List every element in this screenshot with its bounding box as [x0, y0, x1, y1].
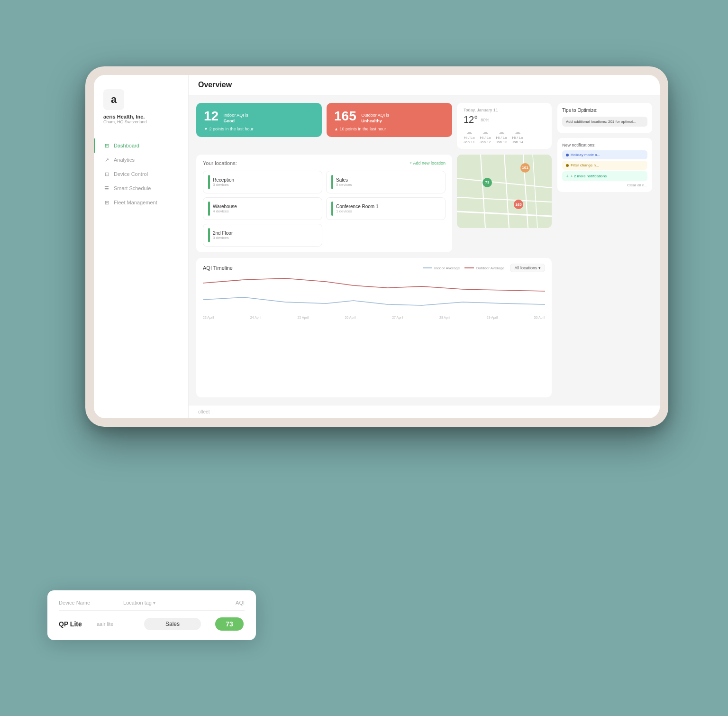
notification-item-3[interactable]: + + 2 more notifications: [562, 171, 647, 181]
all-locations-filter[interactable]: All locations ▾: [510, 264, 545, 272]
weather-day-1: ☁ Hi / Lo Jan 11: [464, 128, 475, 144]
svg-line-3: [481, 155, 485, 228]
main-content: Overview 12 Indoor AQI is Good: [189, 75, 660, 418]
notif-text-1: Holiday mode a...: [571, 153, 600, 157]
popup-col-device-name: Device Name: [59, 600, 90, 606]
location-devices-reception: 3 devices: [213, 183, 317, 187]
sidebar-item-analytics[interactable]: ↗ Analytics: [94, 153, 188, 167]
popup-col-aqi: AQI: [236, 600, 245, 606]
location-card-floor2[interactable]: 2nd Floor 3 devices: [203, 224, 322, 247]
device-popup: Device Name Location tag ▾ AQI QP Lite a…: [47, 590, 256, 640]
location-devices-conference: 1 devices: [336, 209, 440, 213]
location-card-reception[interactable]: Reception 3 devices: [203, 171, 322, 193]
weather-days: ☁ Hi / Lo Jan 11 ☁ Hi / Lo Jan 12: [464, 128, 545, 144]
location-dot-conference: [331, 202, 333, 216]
app-logo: a: [103, 89, 124, 110]
sidebar-item-smart-schedule[interactable]: ☰ Smart Schedule: [94, 181, 188, 195]
notification-item-1[interactable]: Holiday mode a...: [562, 150, 647, 159]
notification-item-2[interactable]: Filter change n...: [562, 161, 647, 170]
outdoor-aqi-card: 165 Outdoor AQI is Unhealthy ▲ 10 points…: [327, 103, 452, 137]
sidebar-item-fleet-management[interactable]: ⊞ Fleet Management: [94, 195, 188, 210]
timeline-legend: Indoor Average Outdoor Average: [423, 266, 504, 270]
tip-text-1: Add additional locations: 201 for optima…: [566, 119, 637, 124]
location-info-warehouse: Warehouse 4 devices: [213, 204, 317, 213]
content-area: 12 Indoor AQI is Good ▼ 2 points in the …: [189, 95, 660, 405]
timeline-header: AQI Timeline Indoor Average Outdoor Aver…: [203, 264, 545, 272]
sidebar-item-device-control[interactable]: ⊡ Device Control: [94, 167, 188, 181]
left-panel: 12 Indoor AQI is Good ▼ 2 points in the …: [196, 103, 552, 397]
clear-notifications-button[interactable]: Clear all n...: [562, 183, 647, 187]
popup-aqi-value: 73: [215, 617, 244, 631]
map-pin-red-value: 165: [515, 202, 521, 207]
logo-area: a aeris Health, Inc. Cham, HQ Switzerlan…: [94, 84, 188, 134]
location-name-floor2: 2nd Floor: [213, 230, 317, 236]
chart-area: [203, 276, 545, 314]
aqi-chart-svg: [203, 276, 545, 314]
indoor-aqi-quality: Good: [224, 119, 235, 123]
svg-line-2: [457, 211, 552, 216]
notifications-section: New notifications: Holiday mode a... Fil…: [557, 138, 652, 192]
location-info-sales: Sales 5 devices: [336, 177, 440, 187]
svg-line-0: [457, 178, 552, 188]
nav-items: ⊞ Dashboard ↗ Analytics ⊡ Device Control…: [94, 138, 188, 409]
sidebar-item-dashboard[interactable]: ⊞ Dashboard: [94, 138, 188, 153]
weather-temp: 12°: [464, 114, 478, 125]
outdoor-aqi-change: ▲ 10 points in the last hour: [334, 127, 445, 131]
legend-outdoor-line: Outdoor Average: [464, 266, 504, 270]
location-card-sales[interactable]: Sales 5 devices: [326, 171, 446, 193]
location-card-conference[interactable]: Conference Room 1 1 devices: [326, 197, 446, 220]
page-title: Overview: [198, 81, 232, 89]
weather-humidity: 80%: [481, 118, 489, 122]
weather-date-1: Jan 11: [464, 140, 475, 144]
svg-line-4: [504, 155, 509, 228]
right-panel: Tips to Optimize: Add additional locatio…: [557, 103, 652, 397]
popup-location-tag[interactable]: Sales: [144, 618, 201, 630]
legend-indoor-label: Indoor Average: [434, 266, 460, 270]
weather-date-3: Jan 13: [496, 140, 507, 144]
weather-day-3: ☁ Hi / Lo Jan 13: [496, 128, 507, 144]
location-card-warehouse[interactable]: Warehouse 4 devices: [203, 197, 322, 220]
sidebar-item-label-device-control: Device Control: [114, 171, 148, 177]
tablet-frame: a aeris Health, Inc. Cham, HQ Switzerlan…: [85, 66, 668, 427]
weather-date-4: Jan 14: [512, 140, 523, 144]
popup-header: Device Name Location tag ▾ AQI: [59, 600, 245, 611]
map-pin-red: 165: [514, 200, 523, 209]
notif-dot-2: [566, 164, 569, 167]
locations-grid: Reception 3 devices Sales 5 devices: [203, 171, 446, 247]
weather-hilos-3: Hi / Lo: [496, 136, 507, 140]
notif-text-2: Filter change n...: [571, 163, 599, 167]
indoor-aqi-label: Indoor AQI is Good: [224, 113, 248, 124]
location-dot-floor2: [208, 228, 210, 242]
chart-date-1: 23 April: [203, 316, 214, 319]
location-info-conference: Conference Room 1 1 devices: [336, 204, 440, 213]
tips-title: Tips to Optimize:: [562, 108, 647, 113]
svg-line-6: [533, 155, 537, 228]
weather-hilos-4: Hi / Lo: [512, 136, 523, 140]
location-name-reception: Reception: [213, 177, 317, 183]
tablet-screen: a aeris Health, Inc. Cham, HQ Switzerlan…: [94, 75, 660, 418]
weather-day-4: ☁ Hi / Lo Jan 14: [512, 128, 523, 144]
indoor-aqi-card: 12 Indoor AQI is Good ▼ 2 points in the …: [196, 103, 322, 137]
popup-device-sub: aair lite: [97, 621, 144, 627]
timeline-title: AQI Timeline: [203, 265, 233, 271]
map-pin-green-value: 73: [485, 180, 490, 184]
outdoor-aqi-status: Outdoor AQI is: [361, 113, 389, 118]
popup-device-row: QP Lite aair lite Sales 73: [59, 617, 245, 631]
chart-date-4: 26 April: [345, 316, 355, 319]
chart-date-5: 27 April: [392, 316, 403, 319]
locations-section: Your locations: + Add new location Recep…: [196, 155, 452, 252]
weather-section: Today, January 11 12° 80% ☁ Hi / Lo Jan …: [457, 103, 552, 149]
outdoor-aqi-label: Outdoor AQI is Unhealthy: [361, 113, 389, 124]
weather-date: Today, January 11: [464, 108, 545, 112]
location-name-conference: Conference Room 1: [336, 204, 440, 209]
legend-outdoor-label: Outdoor Average: [476, 266, 504, 270]
fleet-brand: ofleet: [198, 409, 209, 414]
aqi-cards-row: 12 Indoor AQI is Good ▼ 2 points in the …: [196, 103, 552, 149]
locations-title: Your locations:: [203, 160, 237, 166]
schedule-icon: ☰: [103, 185, 110, 192]
chart-date-6: 28 April: [439, 316, 450, 319]
map-pin-green: 73: [482, 178, 492, 187]
add-location-button[interactable]: + Add new location: [410, 161, 446, 165]
notif-dot-1: [566, 154, 569, 156]
fleet-icon: ⊞: [103, 199, 110, 206]
